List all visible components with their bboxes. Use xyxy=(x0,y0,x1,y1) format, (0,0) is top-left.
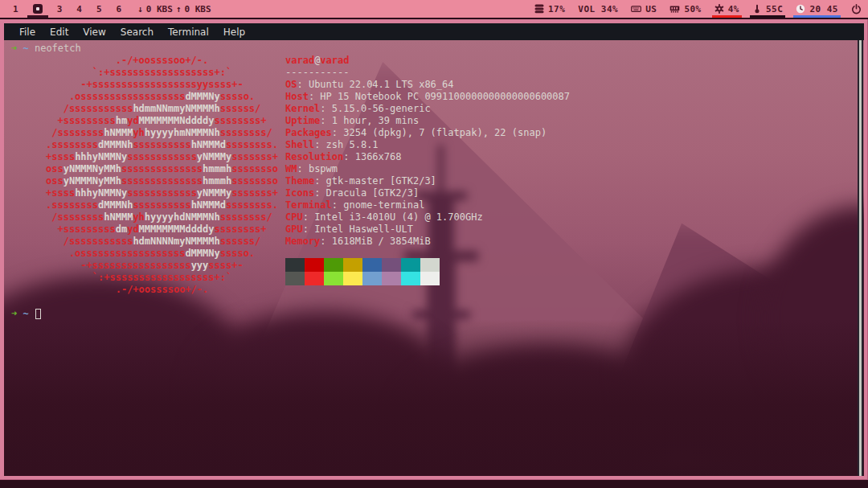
terminal-color-swatch xyxy=(362,272,382,285)
terminal-color-swatch xyxy=(324,258,343,272)
terminal-window: FileEditViewSearchTerminalHelp ➜ ~ neofe… xyxy=(0,19,868,480)
terminal-color-swatch xyxy=(285,258,305,272)
prompt-arrow: ➜ xyxy=(11,308,17,320)
terminal-color-swatch xyxy=(382,272,401,285)
layout-label: US xyxy=(645,4,657,14)
active-workspace-icon xyxy=(33,4,43,14)
ascii-art-line: .ossssssssssssssssssdMMMNysssso. xyxy=(46,248,280,260)
prompt-line-current[interactable]: ➜ ~ xyxy=(11,308,864,320)
info-line: Terminal: gnome-terminal xyxy=(285,199,570,211)
database-icon xyxy=(534,4,544,14)
menu-item-edit[interactable]: Edit xyxy=(43,27,76,38)
workspace-6[interactable]: 6 xyxy=(115,0,124,18)
cpu-label: 4% xyxy=(728,4,739,14)
menu-item-terminal[interactable]: Terminal xyxy=(161,27,216,38)
workspace-5[interactable]: 5 xyxy=(95,0,104,18)
neofetch-ascii-logo: .-/+oossssoo+/-. `:+ssssssssssssssssss+:… xyxy=(46,55,280,296)
info-line: OS: Ubuntu 22.04.1 LTS x86_64 xyxy=(285,79,570,91)
thermometer-icon xyxy=(752,4,762,14)
info-line: Theme: gtk-master [GTK2/3] xyxy=(285,175,570,187)
ascii-art-line: /ssssssssssshdmmNNmmyNMMMMhssssss/ xyxy=(46,103,280,115)
terminal-color-swatch xyxy=(382,258,401,272)
terminal-color-swatch xyxy=(420,272,440,285)
info-line: GPU: Intel Haswell-ULT xyxy=(285,223,570,236)
power-module[interactable] xyxy=(851,0,862,18)
clock-label: 20 45 xyxy=(809,4,838,14)
terminal-color-swatch xyxy=(401,272,420,285)
info-line: CPU: Intel i3-4010U (4) @ 1.700GHz xyxy=(285,211,570,223)
info-line: Packages: 3254 (dpkg), 7 (flatpak), 22 (… xyxy=(285,127,570,139)
gear-icon xyxy=(714,4,724,14)
ascii-art-line: .ssssssssdMMMNhsssssssssshNMMMdssssssss. xyxy=(46,199,280,211)
disk-label: 17% xyxy=(548,4,565,14)
terminal-color-swatch xyxy=(362,258,382,272)
volume-module[interactable]: VOL 34% xyxy=(578,0,618,18)
disk-module[interactable]: 17% xyxy=(534,0,565,18)
terminal-color-swatch xyxy=(343,272,362,285)
cpu-module[interactable]: 4% xyxy=(714,0,739,18)
status-modules: 17%VOL 34%US50%4%55C20 45 xyxy=(534,0,862,18)
neofetch-info: varad@varad-----------OS: Ubuntu 22.04.1… xyxy=(285,55,570,285)
workspace-list: 13456 xyxy=(11,0,123,18)
scrollbar-thumb[interactable] xyxy=(859,40,862,476)
info-line: Resolution: 1366x768 xyxy=(285,151,570,163)
workspace-4[interactable]: 4 xyxy=(75,0,84,18)
arrow-up-icon: ↑ xyxy=(176,4,182,14)
network-speed-module: ↓ 0 KBS ↑ 0 KBS xyxy=(137,0,211,18)
ascii-art-line: .ossssssssssssssssssdMMMNysssso. xyxy=(46,91,280,103)
terminal-color-swatch xyxy=(305,272,324,285)
menu-item-search[interactable]: Search xyxy=(113,27,161,38)
info-line: Shell: zsh 5.8.1 xyxy=(285,139,570,151)
ascii-art-line: -+sssssssssssssssssyyyssss+- xyxy=(46,260,280,272)
workspace-1[interactable]: 1 xyxy=(11,0,20,18)
ascii-art-line: `:+ssssssssssssssssss+:` xyxy=(46,67,280,79)
ascii-art-line: /sssssssshNMMMyhhyyyyhmNMMMNhssssssss/ xyxy=(46,127,280,139)
memory-label: 50% xyxy=(684,4,701,14)
command-text: neofetch xyxy=(35,43,81,55)
terminal-menubar: FileEditViewSearchTerminalHelp xyxy=(4,23,864,40)
terminal-color-swatch xyxy=(324,272,343,285)
temp-module[interactable]: 55C xyxy=(752,0,783,18)
info-line: WM: bspwm xyxy=(285,163,570,175)
clock-module[interactable]: 20 45 xyxy=(796,0,838,18)
clock-icon xyxy=(796,4,805,14)
keyboard-icon xyxy=(631,4,641,14)
ascii-art-line: /sssssssshNMMMyhhyyyyhdNMMMNhssssssss/ xyxy=(46,211,280,223)
ascii-art-line: ossyNMMMNyMMhsssssssssssssshmmmhssssssso xyxy=(46,163,280,175)
ascii-art-line: ossyNMMMNyMMhsssssssssssssshmmmhssssssso xyxy=(46,175,280,187)
terminal-color-swatch xyxy=(305,258,324,272)
network-up-label: 0 KBS xyxy=(185,4,211,14)
terminal-color-swatch xyxy=(285,272,305,285)
status-bar: 13456 ↓ 0 KBS ↑ 0 KBS 17%VOL 34%US50%4%5… xyxy=(0,0,868,18)
terminal-viewport[interactable]: ➜ ~ neofetch .-/+oossssoo+/-. `:+sssssss… xyxy=(4,40,864,476)
menu-item-file[interactable]: File xyxy=(12,27,43,38)
temp-label: 55C xyxy=(766,4,783,14)
menu-item-view[interactable]: View xyxy=(76,27,113,38)
memory-module[interactable]: 50% xyxy=(669,0,701,18)
terminal-color-palette xyxy=(285,258,570,285)
scrollbar[interactable] xyxy=(858,40,863,476)
terminal-cursor xyxy=(35,309,41,319)
arrow-down-icon: ↓ xyxy=(137,4,143,14)
workspace-2-active[interactable] xyxy=(31,0,44,18)
ascii-art-line: .ssssssssdMMMNhsssssssssshNMMMdssssssss. xyxy=(46,139,280,151)
ram-icon xyxy=(669,4,680,14)
terminal-color-swatch xyxy=(420,258,440,272)
info-line: Host: HP 15 Notebook PC 0991100000000000… xyxy=(285,91,570,103)
ascii-art-line: -+ssssssssssssssssssyyssss+- xyxy=(46,79,280,91)
prompt-path: ~ xyxy=(23,308,28,320)
info-line: Kernel: 5.15.0-56-generic xyxy=(285,103,570,115)
workspace-3[interactable]: 3 xyxy=(55,0,64,18)
menu-item-help[interactable]: Help xyxy=(216,27,252,38)
layout-module[interactable]: US xyxy=(631,0,657,18)
terminal-color-swatch xyxy=(343,258,362,272)
network-down-label: 0 KBS xyxy=(146,4,173,14)
ascii-art-line: .-/+oossssoo+/-. xyxy=(46,55,280,67)
ascii-art-line: +ssssssssshmydMMMMMMMNddddyssssssss+ xyxy=(46,115,280,127)
info-line: varad@varad xyxy=(285,55,570,67)
ascii-art-line: /ssssssssssshdmNNNNmyNMMMMhssssss/ xyxy=(46,236,280,248)
info-line: ----------- xyxy=(285,67,570,79)
prompt-line: ➜ ~ neofetch xyxy=(11,43,864,55)
terminal-color-swatch xyxy=(401,258,420,272)
info-line: Uptime: 1 hour, 39 mins xyxy=(285,115,570,127)
